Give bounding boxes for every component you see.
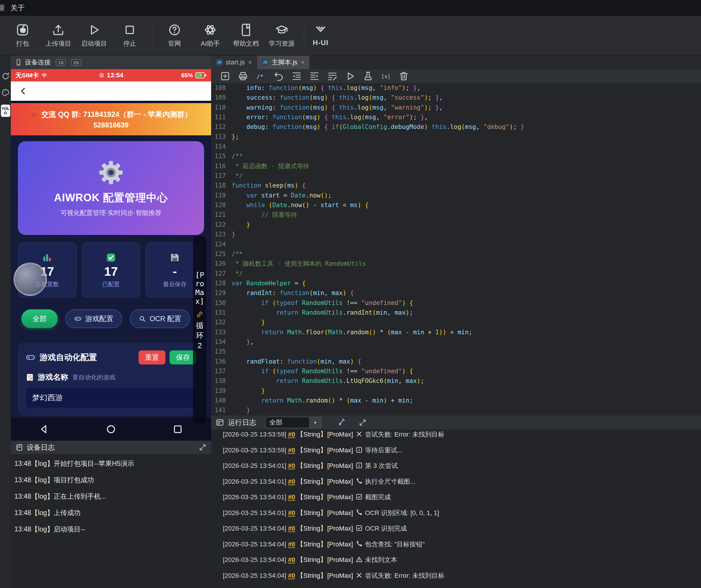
log-ref-link[interactable]: #0	[288, 572, 295, 579]
code-line: 125/**	[211, 249, 701, 259]
magnifier-icon	[139, 315, 146, 323]
close-icon[interactable]: ×	[248, 58, 252, 66]
line-number: 128	[211, 278, 232, 288]
line-number: 119	[211, 191, 232, 200]
flask-icon[interactable]	[363, 71, 373, 81]
toolbar-docs-button[interactable]: 帮助文档	[228, 23, 264, 48]
line-number: 133	[211, 328, 232, 337]
toolbar-stop-button[interactable]: 停止	[112, 23, 148, 48]
log-ref-link[interactable]: #0	[288, 525, 295, 532]
android-home-button[interactable]	[105, 423, 117, 435]
call-icon	[356, 540, 363, 548]
phone-icon	[15, 59, 22, 66]
line-number: 123	[211, 230, 232, 239]
tab-main-js[interactable]: JS主脚本.js×	[257, 56, 310, 69]
addblock-icon[interactable]	[220, 71, 230, 81]
run-icon[interactable]	[345, 71, 356, 81]
toolbar-package-button[interactable]: 打包	[5, 23, 40, 48]
grad-icon	[275, 23, 288, 37]
regex-icon[interactable]: [x]	[381, 71, 391, 81]
code-editor[interactable]: 108 info: function(msg) { this.log(msg, …	[211, 83, 701, 415]
filter-all[interactable]: 全部	[21, 310, 58, 328]
tab-start-js[interactable]: JSstart.js×	[211, 56, 257, 69]
print-icon[interactable]	[238, 71, 248, 81]
ai-icon	[204, 23, 217, 37]
filter-game[interactable]: 游戏配置	[65, 310, 122, 328]
expand-log-icon[interactable]	[359, 419, 367, 427]
code-line: 116 * 延迟函数 - 阻塞式等待	[211, 161, 701, 171]
log-ref-link[interactable]: #0	[288, 462, 295, 469]
log-filter-select[interactable]: 全部 ▼	[266, 417, 321, 428]
hui-logo: H-UI	[313, 24, 328, 47]
reconnect-icon[interactable]	[1, 72, 10, 80]
code-line: 114	[211, 142, 701, 152]
palette-icon[interactable]	[1, 88, 10, 97]
code-line: 122 }	[211, 220, 701, 230]
toolbar-ai-button[interactable]: AI助手	[192, 23, 228, 48]
android-back-button[interactable]	[38, 423, 50, 435]
save-button[interactable]: 保存	[170, 350, 197, 365]
formatoff-icon[interactable]	[327, 71, 337, 81]
line-number: 110	[211, 103, 232, 113]
game-name-input[interactable]: 梦幻西游	[25, 387, 197, 408]
android-recent-button[interactable]	[172, 423, 184, 435]
filter-ocr[interactable]: OCR 配置	[130, 310, 190, 328]
chevrons-icon	[314, 24, 327, 37]
game-config-card: 游戏自动化配置 重置 保存 游戏名称 要自动化的游戏 梦幻西游	[18, 343, 204, 416]
line-number: 124	[211, 240, 232, 249]
device-connect-title: 设备连接	[25, 58, 51, 67]
scale-1x-button[interactable]: 1X	[56, 59, 66, 66]
help-icon	[168, 23, 181, 37]
line-number: 118	[211, 181, 232, 190]
code-line: 130 if (typeof RandomUtils !== "undefine…	[211, 298, 701, 308]
outdent-icon[interactable]	[291, 71, 302, 81]
fail-icon	[356, 572, 363, 579]
code-line: 109 success: function(msg) { this.log(ms…	[211, 93, 701, 103]
log-ref-link[interactable]: #0	[288, 431, 295, 438]
apple-icon	[30, 110, 38, 118]
expand-icon[interactable]	[199, 443, 206, 451]
comment-icon[interactable]: /*	[256, 71, 266, 81]
memo-icon	[25, 373, 34, 382]
line-number: 121	[211, 210, 232, 220]
toolbar-learn-button[interactable]: 学习资源	[264, 23, 299, 48]
line-number: 132	[211, 318, 232, 327]
toolbar-start-button[interactable]: 启动项目	[76, 23, 112, 48]
line-number: 129	[211, 288, 232, 298]
tab-label: 主脚本.js	[272, 58, 297, 67]
clear-log-icon[interactable]	[337, 418, 346, 427]
clock-label: 13:54	[107, 71, 123, 79]
toolbar-website-button[interactable]: 官网	[157, 23, 192, 48]
undo-icon[interactable]	[273, 71, 284, 81]
log-ref-link[interactable]: #0	[288, 541, 295, 548]
log-ref-link[interactable]: #0	[288, 446, 295, 454]
reset-button[interactable]: 重置	[139, 350, 166, 365]
log-ref-link[interactable]: #0	[288, 478, 295, 485]
toolbar-upload-button[interactable]: 上传项目	[40, 23, 76, 48]
indent-icon[interactable]	[309, 71, 320, 81]
divider	[152, 24, 152, 47]
phone-mirror[interactable]: 无SIM卡 13:54 65% 交流 QQ 群: 711	[11, 69, 211, 441]
floppy-icon	[170, 252, 180, 263]
scale-2x-button[interactable]: 2X	[71, 59, 81, 66]
code-line: 128var RandomHelper = {	[211, 278, 701, 288]
code-line: 120 while (Date.now() - start < ms) {	[211, 200, 701, 210]
run-log-row: [2026-03-25 13:54:01]#0【String】[ProMax]执…	[223, 474, 701, 489]
run-log-row: [2026-03-25 13:54:01]#0【String】[ProMax]第…	[223, 458, 701, 474]
trash-icon[interactable]	[399, 71, 409, 81]
fail-icon	[356, 430, 363, 438]
svg-text:/*: /*	[256, 73, 263, 80]
code-line: 135	[211, 347, 701, 357]
log-ref-link[interactable]: #0	[288, 509, 295, 517]
line-number: 116	[211, 161, 232, 171]
code-line: 138 return RandomUtils.LtUqFOGkc6(min, m…	[211, 376, 701, 386]
call-icon	[356, 509, 363, 516]
side-rail: YOLO	[0, 56, 11, 588]
log-ref-link[interactable]: #0	[288, 494, 295, 501]
menu-about[interactable]: 关于	[11, 3, 25, 13]
floating-ball[interactable]	[13, 262, 47, 296]
back-icon[interactable]	[19, 87, 28, 95]
log-ref-link[interactable]: #0	[288, 556, 295, 563]
close-icon[interactable]: ×	[301, 58, 305, 66]
yolo-badge[interactable]: YOLO	[1, 105, 10, 117]
